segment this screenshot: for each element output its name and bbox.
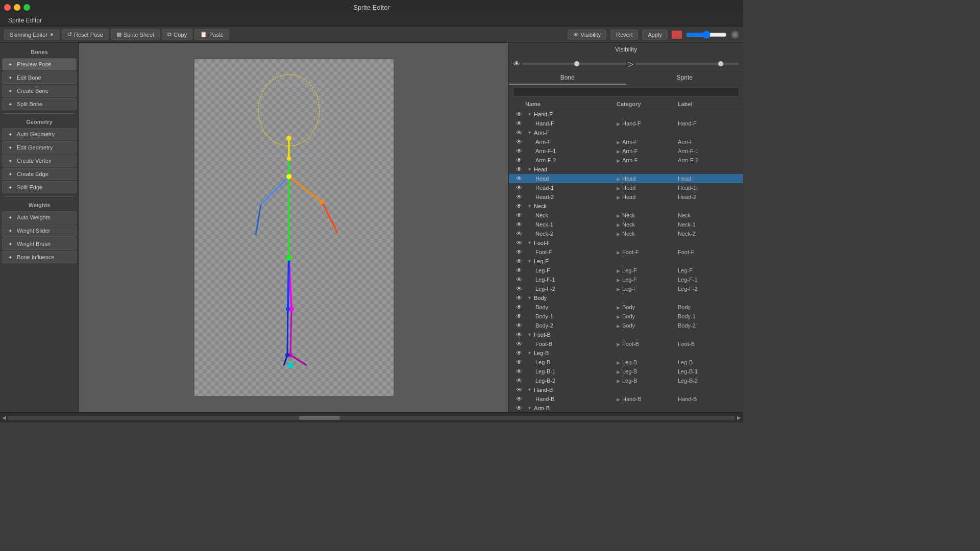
eye-icon-left[interactable]: 👁 xyxy=(513,60,520,68)
edit-bone-tool[interactable]: ✦ Edit Bone xyxy=(2,71,77,84)
tree-row[interactable]: 👁Neck▶NeckNeck xyxy=(509,211,743,220)
window-controls[interactable] xyxy=(4,4,30,11)
weight-brush-tool[interactable]: ✦ Weight Brush xyxy=(2,238,77,250)
menu-sprite-editor[interactable]: Sprite Editor xyxy=(4,14,46,26)
scroll-right-arrow[interactable]: ▶ xyxy=(737,415,741,420)
visibility-eye[interactable]: 👁 xyxy=(513,166,525,173)
tree-row[interactable]: 👁Arm-F-1▶Arm-FArm-F-1 xyxy=(509,146,743,156)
visibility-eye[interactable]: 👁 xyxy=(513,221,525,228)
tree-row[interactable]: 👁▼Hand-F xyxy=(509,110,743,119)
tree-row[interactable]: 👁Hand-B▶Hand-BHand-B xyxy=(509,394,743,404)
tree-row[interactable]: 👁Leg-B-1▶Leg-BLeg-B-1 xyxy=(509,367,743,376)
tree-row[interactable]: 👁Leg-F-1▶Leg-FLeg-F-1 xyxy=(509,275,743,284)
tree-row[interactable]: 👁Neck-2▶NeckNeck-2 xyxy=(509,229,743,238)
visibility-eye[interactable]: 👁 xyxy=(513,175,525,182)
auto-geometry-tool[interactable]: ✦ Auto Geometry xyxy=(2,128,77,140)
close-button[interactable] xyxy=(4,4,11,11)
visibility-eye[interactable]: 👁 xyxy=(513,258,525,265)
tree-row[interactable]: 👁▼Neck xyxy=(509,202,743,211)
tree-row[interactable]: 👁Body-1▶BodyBody-1 xyxy=(509,312,743,321)
opacity-slider[interactable] xyxy=(686,31,727,39)
visibility-eye[interactable]: 👁 xyxy=(513,405,525,412)
visibility-eye[interactable]: 👁 xyxy=(513,267,525,274)
visibility-eye[interactable]: 👁 xyxy=(513,304,525,311)
weight-slider-tool[interactable]: ✦ Weight Slider xyxy=(2,224,77,237)
tree-row[interactable]: 👁Neck-1▶NeckNeck-1 xyxy=(509,220,743,229)
maximize-button[interactable] xyxy=(23,4,30,11)
tree-row[interactable]: 👁▼Leg-F xyxy=(509,257,743,266)
tree-row[interactable]: 👁Arm-F-2▶Arm-FArm-F-2 xyxy=(509,156,743,165)
visibility-eye[interactable]: 👁 xyxy=(513,313,525,320)
visibility-eye[interactable]: 👁 xyxy=(513,120,525,127)
expand-arrow-icon[interactable]: ▼ xyxy=(527,406,532,411)
visibility-eye[interactable]: 👁 xyxy=(513,377,525,384)
tree-row[interactable]: 👁Leg-B-2▶Leg-BLeg-B-2 xyxy=(509,376,743,385)
visibility-eye[interactable]: 👁 xyxy=(513,193,525,201)
tree-row[interactable]: 👁▼Foot-B xyxy=(509,330,743,339)
tree-row[interactable]: 👁▼Arm-B xyxy=(509,404,743,412)
visibility-search-input[interactable] xyxy=(513,87,739,96)
visibility-button[interactable]: 👁 Visibility xyxy=(568,30,606,40)
canvas-area[interactable] xyxy=(79,43,508,412)
visibility-eye[interactable]: 👁 xyxy=(513,349,525,357)
create-edge-tool[interactable]: ✦ Create Edge xyxy=(2,168,77,180)
bone-influence-tool[interactable]: ✦ Bone Influence xyxy=(2,251,77,263)
visibility-eye[interactable]: 👁 xyxy=(513,395,525,403)
horizontal-scrollbar[interactable] xyxy=(8,416,735,420)
visibility-eye[interactable]: 👁 xyxy=(513,340,525,347)
reset-pose-button[interactable]: ↺ Reset Pose xyxy=(62,29,109,40)
expand-arrow-icon[interactable]: ▼ xyxy=(527,204,532,209)
color-wheel[interactable] xyxy=(731,31,739,39)
tree-row[interactable]: 👁Arm-F▶Arm-FArm-F xyxy=(509,137,743,146)
tab-sprite[interactable]: Sprite xyxy=(626,71,744,85)
visibility-eye[interactable]: 👁 xyxy=(513,184,525,191)
visibility-eye[interactable]: 👁 xyxy=(513,294,525,302)
visibility-eye[interactable]: 👁 xyxy=(513,111,525,118)
tree-row[interactable]: 👁▼Leg-B xyxy=(509,348,743,358)
visibility-eye[interactable]: 👁 xyxy=(513,285,525,292)
tree-row[interactable]: 👁Head-1▶HeadHead-1 xyxy=(509,183,743,192)
tree-row[interactable]: 👁Head▶HeadHead xyxy=(509,174,743,183)
edit-geometry-tool[interactable]: ✦ Edit Geometry xyxy=(2,141,77,154)
expand-arrow-icon[interactable]: ▼ xyxy=(527,259,532,264)
tree-row[interactable]: 👁Leg-F▶Leg-FLeg-F xyxy=(509,266,743,275)
revert-button[interactable]: Revert xyxy=(610,30,638,40)
expand-arrow-icon[interactable]: ▼ xyxy=(527,350,532,356)
visibility-eye[interactable]: 👁 xyxy=(513,248,525,256)
tree-row[interactable]: 👁Hand-F▶Hand-FHand-F xyxy=(509,119,743,128)
skinning-editor-dropdown[interactable]: Skinning Editor ▼ xyxy=(4,30,60,40)
preview-pose-tool[interactable]: ✦ Preview Pose xyxy=(2,58,77,70)
scrollbar-thumb[interactable] xyxy=(299,416,340,420)
expand-arrow-icon[interactable]: ▼ xyxy=(527,167,532,172)
copy-button[interactable]: ⧉ Copy xyxy=(162,29,192,40)
visibility-eye[interactable]: 👁 xyxy=(513,276,525,283)
tree-row[interactable]: 👁Head-2▶HeadHead-2 xyxy=(509,192,743,202)
split-edge-tool[interactable]: ✦ Split Edge xyxy=(2,181,77,193)
visibility-eye[interactable]: 👁 xyxy=(513,157,525,164)
expand-arrow-icon[interactable]: ▼ xyxy=(527,387,532,392)
visibility-eye[interactable]: 👁 xyxy=(513,239,525,246)
tree-row[interactable]: 👁▼Arm-F xyxy=(509,128,743,137)
visibility-eye[interactable]: 👁 xyxy=(513,147,525,155)
visibility-eye[interactable]: 👁 xyxy=(513,359,525,366)
create-bone-tool[interactable]: ✦ Create Bone xyxy=(2,85,77,97)
visibility-eye[interactable]: 👁 xyxy=(513,129,525,136)
tree-row[interactable]: 👁Foot-B▶Foot-BFoot-B xyxy=(509,339,743,348)
visibility-eye[interactable]: 👁 xyxy=(513,331,525,338)
bone-slider-thumb[interactable] xyxy=(574,61,579,66)
scroll-left-arrow[interactable]: ◀ xyxy=(2,415,6,420)
tree-row[interactable]: 👁▼Foot-F xyxy=(509,238,743,247)
visibility-eye[interactable]: 👁 xyxy=(513,138,525,145)
split-bone-tool[interactable]: ✦ Split Bone xyxy=(2,98,77,110)
apply-button[interactable]: Apply xyxy=(642,30,668,40)
expand-arrow-icon[interactable]: ▼ xyxy=(527,130,532,135)
expand-arrow-icon[interactable]: ▼ xyxy=(527,332,532,337)
expand-arrow-icon[interactable]: ▼ xyxy=(527,112,532,117)
expand-arrow-icon[interactable]: ▼ xyxy=(527,240,532,245)
tree-row[interactable]: 👁▼Body xyxy=(509,293,743,303)
tree-row[interactable]: 👁Leg-F-2▶Leg-FLeg-F-2 xyxy=(509,284,743,293)
visibility-eye[interactable]: 👁 xyxy=(513,386,525,393)
sprite-slider-thumb[interactable] xyxy=(718,61,723,66)
color-swatch-red[interactable] xyxy=(672,31,682,39)
paste-button[interactable]: 📋 Paste xyxy=(194,29,229,40)
